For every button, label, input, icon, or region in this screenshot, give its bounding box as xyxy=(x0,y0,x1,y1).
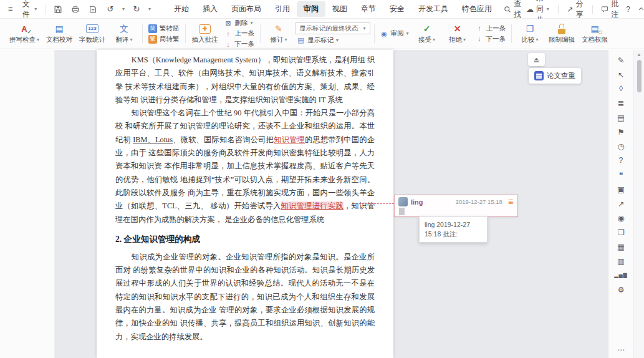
tab-review[interactable]: 审阅 xyxy=(297,1,325,17)
undo-chevron-icon[interactable]: ▾ xyxy=(122,7,125,12)
adjust-sliders-icon[interactable]: ≣ xyxy=(616,98,627,108)
review-ribbon: A ✓ 拼写检查▾ ▤ 文档校对 123 字数统计 文 翻译▾ 简 xyxy=(0,19,644,49)
tab-section[interactable]: 章节 xyxy=(354,1,383,17)
tab-security[interactable]: 安全 xyxy=(383,1,411,17)
table-icon[interactable]: ▥ xyxy=(616,256,627,266)
comment-menu-icon[interactable]: ≣ xyxy=(508,198,514,205)
undo-icon[interactable]: ↺ xyxy=(105,4,116,15)
scroll-up-icon[interactable]: ▴ xyxy=(634,51,644,57)
delete-comment-button[interactable]: ⊠ 删除 ▾ xyxy=(223,19,257,28)
prev-change-button[interactable]: ↑ 上一条 xyxy=(474,24,508,33)
translate-button[interactable]: 文 翻译▾ xyxy=(110,22,138,46)
word-count-button[interactable]: 123 字数统计 xyxy=(77,22,108,46)
settings-gear-icon[interactable]: ⚙ xyxy=(616,284,627,294)
paragraph-km-history[interactable]: 知识管理这个名词在上个世纪 90 年代就引入中国：开始只是一小部分高校 和研究所… xyxy=(115,107,375,226)
doc-proof-button[interactable]: ▤ 文档校对 xyxy=(44,22,75,46)
doc-proof-label: 文档校对 xyxy=(46,36,72,44)
paragraph-kms[interactable]: KMS（Knowledge Management System），即知识管理系统… xyxy=(115,54,375,107)
chart-icon[interactable]: ▂▅▇ xyxy=(616,270,627,280)
chevron-down-icon: ▾ xyxy=(406,31,409,36)
link-text[interactable]: IBM、Lotus xyxy=(133,135,173,144)
next-comment-button[interactable]: ↓ 下一条 xyxy=(223,40,257,49)
word-count-icon: 123 xyxy=(86,23,99,34)
track-changes-button[interactable]: ✎ 修订▾ xyxy=(264,22,293,46)
document-page[interactable]: KMS（Knowledge Management System），即知识管理系统… xyxy=(97,50,393,358)
prev-comment-label: 上一条 xyxy=(235,29,255,38)
chevron-down-icon: ▾ xyxy=(336,38,339,43)
print-icon[interactable] xyxy=(70,4,81,15)
help-button[interactable]: ? xyxy=(626,5,630,14)
file-menu-label: 文件 xyxy=(22,0,33,20)
comment-anchor-text[interactable]: 知识管理进行实践 xyxy=(281,201,344,210)
comment-card[interactable]: ling 2019-12-27 15:18 ≣ xyxy=(394,195,518,217)
proofing-group: A ✓ 拼写检查▾ ▤ 文档校对 123 字数统计 文 翻译▾ xyxy=(4,20,142,47)
redo-chevron-icon[interactable]: ▾ xyxy=(148,7,151,12)
more-tools-icon[interactable]: ⋯ xyxy=(616,344,627,354)
accept-change-button[interactable]: ✓ 接受▾ xyxy=(413,22,441,46)
chevron-down-icon: ▾ xyxy=(536,37,539,42)
trad-to-simp-label: 繁转简 xyxy=(160,24,180,33)
eraser-icon[interactable]: ◊ xyxy=(616,84,627,94)
markup-state-dropdown[interactable]: 显示标记的最终状态 ▾ xyxy=(295,22,370,34)
reject-change-label: 拒绝 xyxy=(449,36,462,44)
spell-check-button[interactable]: A ✓ 拼写检查▾ xyxy=(7,22,42,46)
compare-button[interactable]: ❐ 比较▾ xyxy=(516,22,544,46)
left-panel-gutter xyxy=(0,50,55,358)
traditional-chip-icon: 繁 xyxy=(148,35,157,44)
divider xyxy=(46,5,46,14)
trad-to-simp-button[interactable]: 简 繁转简 xyxy=(147,24,181,33)
vertical-scrollbar[interactable]: ▴ xyxy=(633,50,644,358)
flag-bookmark-icon[interactable]: ⚑ xyxy=(616,127,627,137)
comment-author-avatar xyxy=(398,197,408,206)
save-icon[interactable] xyxy=(52,4,64,15)
paper-check-button[interactable]: 论文查重 xyxy=(529,68,581,84)
share-export-icon[interactable]: ↗ xyxy=(616,198,627,208)
review-pane-button[interactable]: ◉ 审阅 ▾ xyxy=(378,29,411,39)
apps-grid-icon[interactable]: ▦ xyxy=(616,241,627,251)
share-button[interactable]: ↗ 分享 xyxy=(567,0,583,20)
divider xyxy=(592,5,593,14)
eject-icon xyxy=(532,56,541,64)
tab-view[interactable]: 视图 xyxy=(325,1,354,17)
voice-icon[interactable]: ◉ xyxy=(616,213,627,223)
export-pdf-icon[interactable] xyxy=(87,4,99,15)
simp-to-trad-button[interactable]: 繁 简转繁 xyxy=(147,34,181,44)
restrict-editing-button[interactable]: 限制编辑 xyxy=(546,22,577,46)
edit-pen-icon[interactable]: ✎ xyxy=(616,55,627,65)
review-pane-icon: ◉ xyxy=(380,30,388,38)
paper-check-label: 论文查重 xyxy=(547,71,575,80)
comment-text-placeholder[interactable] xyxy=(399,208,405,215)
image-icon[interactable]: ▣ xyxy=(616,184,627,194)
comment-bubble-icon[interactable]: ❝ xyxy=(616,170,627,180)
help-icon[interactable]: ? xyxy=(616,155,627,165)
scrollbar-thumb[interactable] xyxy=(637,60,642,92)
track-changes-label: 修订 xyxy=(271,36,284,44)
section-heading[interactable]: 2. 企业知识管理的构成 xyxy=(115,234,375,245)
delete-comment-label: 删除 xyxy=(235,19,248,27)
tab-home[interactable]: 开始 xyxy=(167,1,196,17)
select-cursor-icon[interactable]: ↖ xyxy=(616,69,627,79)
tab-dev-tools[interactable]: 开发工具 xyxy=(411,1,455,17)
doc-permission-button[interactable]: ▤ 文档权限 xyxy=(579,22,610,46)
prev-comment-button[interactable]: ↑ 上一条 xyxy=(223,29,257,39)
tab-references[interactable]: 引用 xyxy=(268,1,297,17)
tracked-insertion[interactable]: 知识管理 xyxy=(274,135,305,144)
insert-comment-button[interactable]: ✚ 插入批注 xyxy=(190,22,221,46)
redo-icon[interactable]: ↻ xyxy=(131,4,142,15)
tab-special-apps[interactable]: 特色应用 xyxy=(455,1,499,17)
collapse-ribbon-icon[interactable] xyxy=(638,6,644,12)
lock-icon xyxy=(555,23,568,34)
show-markup-button[interactable]: ▤ 显示标记 ▾ xyxy=(295,36,370,45)
tab-page-layout[interactable]: 页面布局 xyxy=(224,1,268,17)
tab-insert[interactable]: 插入 xyxy=(196,1,224,17)
next-change-button[interactable]: ↓ 下一条 xyxy=(474,34,508,44)
proofing-doc-icon[interactable]: ▤ xyxy=(616,112,627,122)
history-clock-icon[interactable]: ◷ xyxy=(616,141,627,151)
main-menu-icon[interactable]: ≡ xyxy=(6,4,15,15)
reference-book-icon[interactable]: ❐ xyxy=(616,227,627,237)
reject-change-button[interactable]: ✕ 拒绝▾ xyxy=(443,22,472,46)
collapse-float-panel-button[interactable] xyxy=(528,53,545,66)
comment-mode-button[interactable]: 批注 xyxy=(601,0,618,20)
prev-change-label: 上一条 xyxy=(486,24,506,33)
paragraph-km-object[interactable]: 知识成为企业管理的对象。企业知识管理所指的对象是知识。是企业所面对 的纷繁复杂的… xyxy=(115,251,375,344)
